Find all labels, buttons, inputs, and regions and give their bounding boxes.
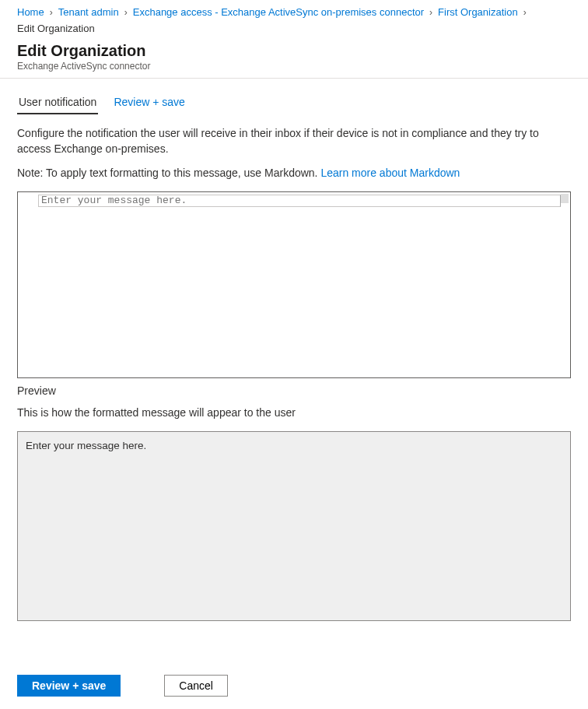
tab-user-notification[interactable]: User notification (17, 93, 98, 114)
breadcrumb-current: Edit Organization (17, 23, 95, 34)
chevron-right-icon: › (50, 7, 53, 18)
breadcrumb-link-tenant-admin[interactable]: Tenant admin (58, 6, 119, 18)
breadcrumb-link-home[interactable]: Home (17, 6, 44, 18)
tab-review-save[interactable]: Review + save (112, 93, 186, 114)
tab-description: Configure the notification the user will… (17, 125, 571, 157)
scrollbar-track[interactable] (561, 194, 569, 203)
markdown-note-text: Note: To apply text formatting to this m… (17, 167, 320, 179)
breadcrumb-link-exchange-access[interactable]: Exchange access - Exchange ActiveSync on… (133, 6, 424, 18)
message-editor-placeholder: Enter your message here. (41, 195, 187, 206)
review-save-button[interactable]: Review + save (17, 675, 121, 697)
learn-more-markdown-link[interactable]: Learn more about Markdown (320, 167, 460, 179)
page-subtitle: Exchange ActiveSync connector (17, 61, 571, 72)
preview-content: Enter your message here. (26, 440, 562, 451)
tabs: User notification Review + save (17, 93, 571, 114)
header-divider (0, 78, 588, 79)
preview-label: Preview (17, 384, 571, 397)
page-title: Edit Organization (17, 42, 571, 60)
breadcrumb: Home › Tenant admin › Exchange access - … (0, 0, 588, 39)
preview-box: Enter your message here. (17, 431, 571, 621)
cancel-button[interactable]: Cancel (164, 675, 228, 697)
page-header: Edit Organization Exchange ActiveSync co… (0, 42, 588, 78)
chevron-right-icon: › (429, 7, 432, 18)
main-content: User notification Review + save Configur… (0, 93, 588, 621)
preview-hint: This is how the formatted message will a… (17, 406, 571, 419)
breadcrumb-link-first-organization[interactable]: First Organization (438, 6, 518, 18)
chevron-right-icon: › (124, 7, 128, 18)
markdown-note: Note: To apply text formatting to this m… (17, 167, 571, 179)
footer-actions: Review + save Cancel (0, 662, 588, 709)
chevron-right-icon: › (523, 7, 527, 18)
message-editor[interactable]: Enter your message here. (17, 191, 571, 378)
